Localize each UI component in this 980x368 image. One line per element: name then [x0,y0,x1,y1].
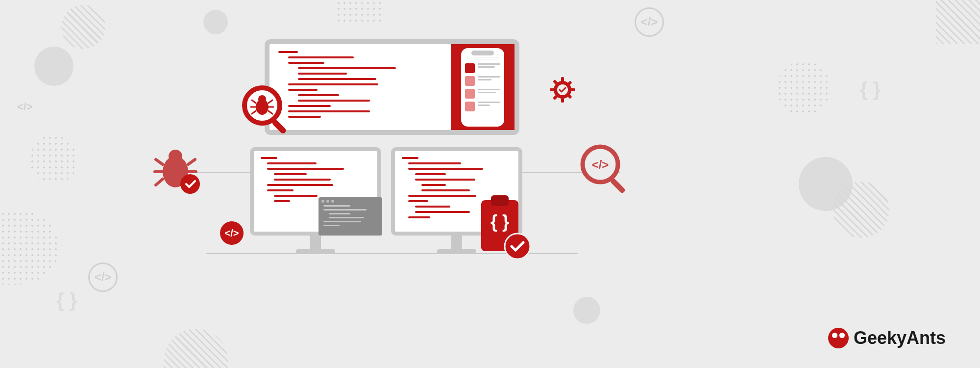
brand-logo-mark [828,328,849,348]
monitor-stand-2 [451,236,462,250]
large-monitor [265,39,519,135]
code-circle-outline-icon: </> [88,263,118,292]
braces-icon-1: { } [56,289,77,312]
gear-check-icon [549,76,576,105]
svg-point-25 [505,234,530,259]
illustration-stage: </> </> { } [206,39,578,314]
bg-circle-1 [34,47,74,86]
brand-logo: GeekyAnts [828,328,946,348]
braces-icon-2: { } [860,79,881,101]
svg-text:</>: </> [592,158,609,171]
svg-rect-10 [550,88,555,91]
svg-point-2 [180,174,200,194]
bg-diagonal-1 [61,5,105,49]
code-circle-icon: </> [220,221,244,247]
magnifier-code-icon: </> [578,142,632,198]
svg-rect-9 [561,98,564,103]
svg-point-1 [169,150,182,163]
brand-name: GeekyAnts [854,328,946,348]
svg-rect-18 [610,178,626,194]
bug-check-icon [152,145,206,201]
bg-diagonal-2 [164,329,228,368]
monitor-stand-1 [310,236,321,250]
bg-dots-4 [777,61,831,115]
svg-point-6 [258,95,266,103]
code-editor-area [270,44,451,130]
phone-mockup [461,48,504,127]
bg-dots-3 [336,0,385,25]
code-circle-outline-icon-2: </> [635,7,664,37]
small-monitor-left [250,147,381,236]
svg-rect-8 [561,77,564,82]
bg-diagonal-4 [936,0,980,44]
svg-rect-11 [570,88,575,91]
clipboard-check-icon: { } [474,193,533,264]
svg-rect-4 [271,119,288,135]
code-glyph-icon: </> [17,101,33,113]
svg-rect-23 [491,195,509,206]
bg-dots-2 [0,211,59,285]
bg-circle-2 [203,10,228,34]
svg-text:</>: </> [225,228,239,238]
bg-dots-1 [29,135,78,184]
phone-preview-panel [451,44,514,130]
terminal-overlay [318,197,382,236]
magnifier-bug-icon [240,83,294,139]
svg-text:{ }: { } [490,211,509,232]
bg-diagonal-3 [833,182,889,238]
